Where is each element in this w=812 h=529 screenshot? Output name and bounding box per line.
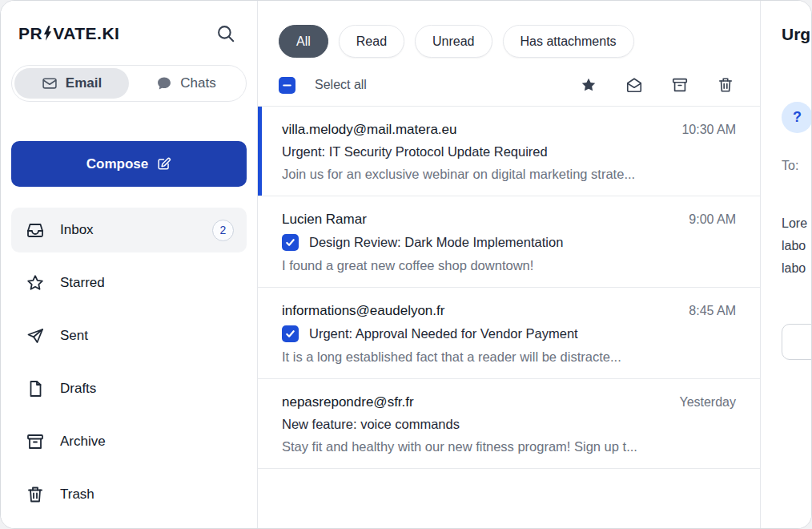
brand-logo: PR VATE.KI <box>18 24 119 43</box>
archive-icon <box>26 432 45 451</box>
envelope-icon <box>42 75 58 91</box>
compose-button[interactable]: Compose <box>11 141 247 187</box>
email-sender: Lucien Ramar <box>282 212 367 228</box>
sidebar-item-inbox[interactable]: Inbox 2 <box>11 208 247 252</box>
message-body-line: labo <box>782 235 811 257</box>
brand-text-post: VATE.KI <box>53 24 119 43</box>
email-preview: I found a great new coffee shop downtown… <box>282 258 736 273</box>
email-preview: Stay fit and healthy with our new fitnes… <box>282 439 736 454</box>
select-all-bar: Select all <box>258 58 760 106</box>
star-icon[interactable] <box>578 75 599 95</box>
pencil-square-icon <box>156 156 171 172</box>
star-outline-icon <box>26 273 45 293</box>
email-checkbox-checked[interactable] <box>282 325 299 342</box>
sidebar-item-label: Drafts <box>60 381 96 397</box>
sidebar-item-drafts[interactable]: Drafts <box>11 366 247 411</box>
compose-label: Compose <box>86 156 148 172</box>
app-window: PR VATE.KI Email Chats Compose <box>0 0 812 529</box>
email-row[interactable]: informations@eaudelyon.fr 8:45 AM Urgent… <box>258 288 760 379</box>
email-subject: Urgent: IT Security Protocol Update Requ… <box>282 144 548 160</box>
email-sender: nepasrepondre@sfr.fr <box>282 394 414 410</box>
email-time: Yesterday <box>679 395 736 410</box>
email-subject: New feature: voice commands <box>282 417 460 432</box>
check-icon <box>285 237 295 248</box>
email-checkbox-checked[interactable] <box>282 234 299 251</box>
email-list-pane: All Read Unread Has attachments Select a… <box>258 1 761 528</box>
email-row[interactable]: villa.melody@mail.matera.eu 10:30 AM Urg… <box>258 107 760 196</box>
to-label: To: <box>782 159 811 173</box>
archive-icon[interactable] <box>669 75 690 95</box>
tab-email[interactable]: Email <box>14 68 129 99</box>
sidebar-item-label: Inbox <box>60 222 94 238</box>
lightning-bolt-icon <box>43 26 52 41</box>
sidebar-item-starred[interactable]: Starred <box>11 260 247 305</box>
select-all-label: Select all <box>315 78 367 92</box>
email-subject: Urgent: Approval Needed for Vendor Payme… <box>309 326 578 341</box>
email-row[interactable]: nepasrepondre@sfr.fr Yesterday New featu… <box>258 379 760 469</box>
inbox-count-badge: 2 <box>212 220 234 241</box>
brand-text-pre: PR <box>18 24 42 43</box>
mode-toggle: Email Chats <box>11 65 247 102</box>
message-body-line: Lore <box>782 212 811 235</box>
send-icon <box>26 326 45 345</box>
email-time: 10:30 AM <box>681 123 736 137</box>
tab-chats-label: Chats <box>180 75 215 91</box>
select-all-checkbox[interactable] <box>279 77 295 94</box>
sidebar-item-label: Starred <box>60 275 105 291</box>
email-row[interactable]: Lucien Ramar 9:00 AM Design Review: Dark… <box>258 196 760 288</box>
sidebar-header: PR VATE.KI <box>1 1 257 46</box>
reply-input[interactable] <box>782 324 811 360</box>
reading-pane: Urg ? To: Lore labo labo <box>761 1 811 528</box>
tab-email-label: Email <box>66 75 102 91</box>
filter-has-attachments[interactable]: Has attachments <box>503 25 634 58</box>
sidebar-item-label: Archive <box>60 434 106 450</box>
email-list: villa.melody@mail.matera.eu 10:30 AM Urg… <box>258 106 760 469</box>
check-icon <box>285 329 295 339</box>
sidebar-item-archive[interactable]: Archive <box>11 419 247 464</box>
chat-bubble-icon <box>156 75 172 91</box>
email-preview: It is a long established fact that a rea… <box>282 349 736 365</box>
email-subject: Design Review: Dark Mode Implementation <box>309 235 563 250</box>
trash-icon <box>26 485 45 504</box>
reader-subject-title: Urg <box>782 25 811 44</box>
sidebar-item-label: Trash <box>60 487 94 503</box>
sidebar-item-sent[interactable]: Sent <box>11 313 247 358</box>
email-time: 9:00 AM <box>689 212 736 227</box>
message-body: Lore labo labo <box>782 212 811 280</box>
search-icon[interactable] <box>214 22 238 46</box>
bulk-actions <box>578 75 736 95</box>
sidebar-nav: Inbox 2 Starred Sent Drafts Archive T <box>11 208 247 517</box>
filter-read[interactable]: Read <box>339 25 404 58</box>
delete-icon[interactable] <box>715 75 736 95</box>
mark-read-icon[interactable] <box>624 75 645 95</box>
sidebar: PR VATE.KI Email Chats Compose <box>1 1 258 528</box>
document-icon <box>26 379 45 398</box>
email-preview: Join us for an exclusive webinar on digi… <box>282 167 736 182</box>
message-body-line: labo <box>782 257 811 280</box>
filter-all[interactable]: All <box>279 25 328 58</box>
tab-chats[interactable]: Chats <box>129 68 243 99</box>
email-time: 8:45 AM <box>689 304 736 318</box>
email-sender: informations@eaudelyon.fr <box>282 303 444 319</box>
filter-unread[interactable]: Unread <box>415 25 492 58</box>
email-sender: villa.melody@mail.matera.eu <box>282 122 457 138</box>
sender-avatar: ? <box>782 102 811 133</box>
sidebar-item-label: Sent <box>60 328 88 344</box>
filter-bar: All Read Unread Has attachments <box>258 1 760 58</box>
inbox-icon <box>26 220 45 240</box>
sidebar-item-trash[interactable]: Trash <box>11 472 247 517</box>
minus-icon <box>282 80 292 91</box>
